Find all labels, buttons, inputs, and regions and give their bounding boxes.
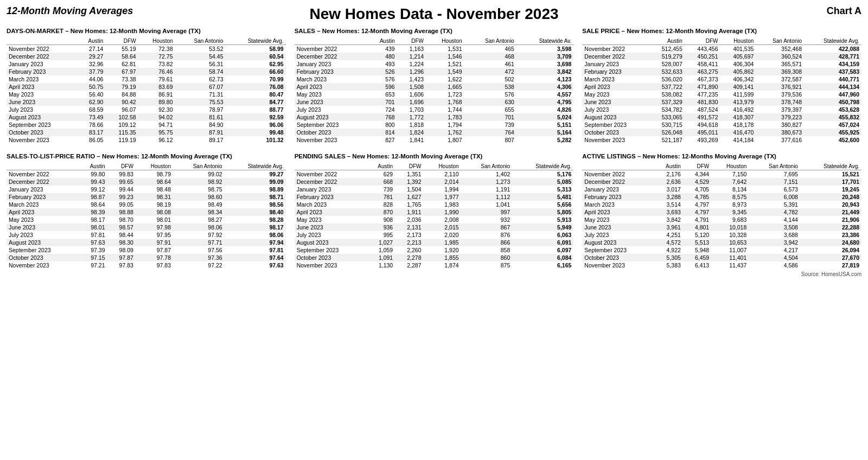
row-cell: 115.35 — [105, 129, 138, 136]
table-sale-price: Austin DFW Houston San Antonio Statewide… — [582, 37, 861, 144]
row-cell: 875 — [461, 261, 513, 269]
row-cell: 98.79 — [136, 170, 173, 178]
table-row: August 20234,5725,51310,6533,94224,680 — [582, 239, 861, 246]
row-month-label: November 2023 — [7, 261, 78, 269]
row-month-label: June 2023 — [295, 98, 367, 106]
row-cell: 3,961 — [653, 223, 683, 231]
row-month-label: December 2022 — [7, 178, 78, 186]
page: 12-Month Moving Averages New Homes Data … — [0, 0, 868, 291]
col-header-statewide: Statewide Avg. — [225, 163, 286, 170]
row-month-label: November 2023 — [582, 136, 649, 144]
row-month-label: March 2023 — [295, 201, 366, 208]
row-month-label: August 2023 — [7, 113, 76, 121]
row-month-label: February 2023 — [7, 68, 76, 75]
row-cell: 99.02 — [173, 170, 225, 178]
row-cell: 450,798 — [804, 98, 861, 106]
row-cell: 98.28 — [225, 216, 286, 223]
row-month-label: December 2022 — [582, 53, 649, 60]
row-cell: 6,165 — [512, 261, 573, 269]
col-header-month — [582, 37, 649, 45]
row-cell: 73.49 — [76, 113, 106, 121]
table-row: October 202397.1597.8797.7897.3697.64 — [7, 254, 286, 261]
row-cell: 519,279 — [649, 53, 685, 60]
row-cell: 701 — [464, 113, 516, 121]
table-row: April 20233,6934,7979,3454,78221,449 — [582, 208, 861, 216]
row-cell: 10,653 — [711, 239, 749, 246]
row-cell: 97.98 — [136, 223, 173, 231]
row-cell: 536,020 — [649, 75, 685, 83]
row-cell: 5,805 — [512, 208, 573, 216]
table-row: January 20237391,5041,9941,1915,313 — [295, 186, 574, 193]
row-cell: 99.05 — [107, 201, 136, 208]
row-month-label: June 2023 — [582, 98, 649, 106]
row-cell: 98.60 — [173, 193, 225, 201]
col-header-austin: Austin — [365, 163, 395, 170]
col-header-dfw: DFW — [105, 37, 138, 45]
row-cell: 1,703 — [397, 106, 426, 113]
col-header-month — [295, 163, 366, 170]
row-cell: 2,176 — [653, 170, 683, 178]
header-subtitle-left: 12-Month Moving Averages — [7, 5, 169, 17]
table-row: March 20235761,4231,6225024,123 — [295, 75, 574, 83]
row-cell: 99.80 — [78, 170, 107, 178]
row-cell: 99.48 — [226, 129, 286, 136]
row-month-label: March 2023 — [295, 75, 367, 83]
row-cell: 1,224 — [397, 60, 426, 68]
table-row: September 20238001,8181,7947395,151 — [295, 121, 574, 129]
row-cell: 1,504 — [395, 186, 423, 193]
col-header-dfw: DFW — [683, 163, 711, 170]
row-cell: 4,797 — [683, 208, 711, 216]
section-title-pending-sales: PENDING SALES – New Homes: 12-Month Movi… — [295, 152, 574, 161]
table-row: January 2023528,007458,411406,304365,571… — [582, 60, 861, 68]
row-month-label: April 2023 — [582, 208, 653, 216]
row-cell: 1,130 — [365, 261, 395, 269]
row-cell: 512,455 — [649, 44, 685, 53]
row-cell: 6,008 — [749, 193, 800, 201]
row-cell: 781 — [365, 193, 395, 201]
table-header-row: Austin DFW Houston San Antonio Statewide… — [7, 37, 286, 45]
row-cell: 458,411 — [685, 60, 720, 68]
table-row: September 20231,0592,2601,9208586,097 — [295, 246, 574, 254]
row-cell: 101.32 — [226, 136, 286, 144]
row-cell: 99.12 — [78, 186, 107, 193]
row-cell: 380,827 — [756, 121, 804, 129]
row-cell: 932 — [461, 216, 513, 223]
row-cell: 7,150 — [711, 170, 749, 178]
row-cell: 56.31 — [175, 60, 226, 68]
row-cell: 1,794 — [426, 121, 464, 129]
row-cell: 1,627 — [395, 193, 423, 201]
row-month-label: November 2022 — [7, 170, 78, 178]
row-cell: 78.97 — [175, 106, 226, 113]
row-month-label: July 2023 — [582, 106, 649, 113]
row-cell: 701 — [367, 98, 397, 106]
header-subtitle-right: Chart A — [699, 5, 861, 17]
row-cell: 1,027 — [365, 239, 395, 246]
row-month-label: November 2022 — [295, 44, 367, 53]
row-cell: 5,282 — [516, 136, 573, 144]
table-row: September 20234,9225,94811,0074,21726,09… — [582, 246, 861, 254]
row-month-label: December 2022 — [582, 178, 653, 186]
row-cell: 98.39 — [78, 208, 107, 216]
row-month-label: April 2023 — [7, 208, 78, 216]
table-pending-sales: Austin DFW Houston San Antonio Statewide… — [295, 163, 574, 269]
row-cell: 378,748 — [756, 98, 804, 106]
row-cell: 1,807 — [426, 136, 464, 144]
row-cell: 406,304 — [720, 60, 756, 68]
row-cell: 1,622 — [426, 75, 464, 83]
table-header-row: Austin DFW Houston San Antonio Statewide… — [7, 163, 286, 170]
row-cell: 83.17 — [76, 129, 106, 136]
row-cell: 29.27 — [76, 53, 106, 60]
table-row: April 202350.7579.1983.6967.0776.08 — [7, 83, 286, 91]
row-cell: 2,015 — [424, 223, 461, 231]
col-header-san-antonio: San Antonio — [173, 163, 225, 170]
table-row: April 2023537,722471,890409,141376,92144… — [582, 83, 861, 91]
row-cell: 481,830 — [685, 98, 720, 106]
row-cell: 84.88 — [105, 91, 138, 98]
row-cell: 576 — [367, 75, 397, 83]
row-cell: 461 — [464, 60, 516, 68]
row-month-label: July 2023 — [295, 106, 367, 113]
row-cell: 1,521 — [426, 60, 464, 68]
row-month-label: July 2023 — [7, 231, 78, 239]
row-month-label: April 2023 — [295, 83, 367, 91]
row-cell: 98.40 — [225, 208, 286, 216]
